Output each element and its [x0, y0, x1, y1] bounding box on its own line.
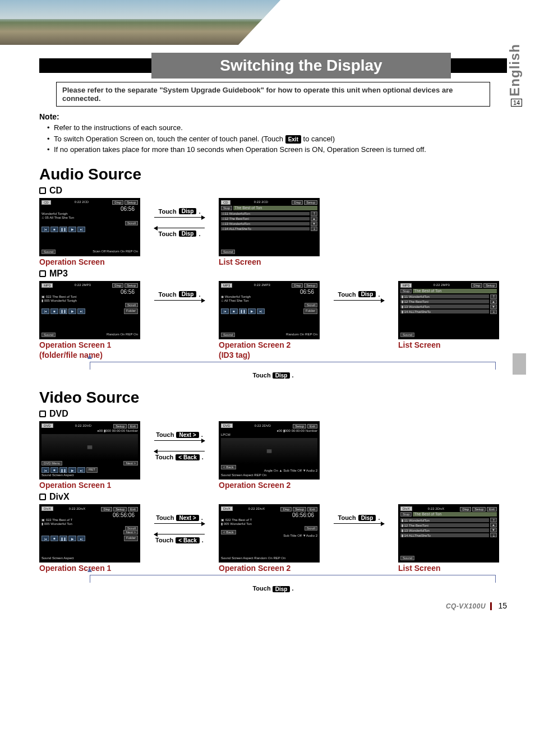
scroll-up-icon: ▲ [311, 216, 317, 221]
play-icon: ▶ [68, 227, 76, 232]
note-list: Refer to the instructions of each source… [39, 122, 507, 155]
dvd-op2-screenshot: DVD0:22 2DVDSetup Exit ▸00 ▮000 00:00:00… [219, 421, 320, 480]
scroll-top-icon: ⤒ [311, 211, 317, 216]
dvd-op1-caption: Operation Screen 1 [39, 481, 140, 490]
note-item: Refer to the instructions of each source… [47, 122, 507, 133]
mp3-subheading: MP3 [39, 269, 507, 279]
dvd-subheading: DVD [39, 409, 507, 419]
dvd-transition: TouchNext >. Touch< Back. [146, 421, 213, 460]
side-page-box: 14 [511, 99, 522, 107]
cd-operation-screenshot: CD 0:22 2CD Disp Setup 06:56 Wonderful T… [39, 198, 140, 256]
disp-button-label: Disp [179, 291, 197, 297]
side-language-tab: English 14 [507, 44, 526, 107]
mp3-op2-screenshot: MP30:22 2MP3Disp Setup 06:56 ◉ Wonderful… [219, 281, 320, 339]
divx-op1-screenshot: DivX0:22 2DivXDisp Setup Exit 06:56:06 ▣… [39, 504, 140, 563]
cd-list-screenshot: CD 0:22 2CD Disp Setup Stop The Best of … [219, 198, 320, 256]
stop-icon: ■ [50, 227, 58, 232]
note-heading: Note: [39, 112, 507, 121]
mp3-loop-touch: Touch Disp . [39, 372, 507, 379]
mp3-op2-subcaption: (ID3 tag) [219, 351, 320, 359]
note-item: To switch Operation Screen on, touch the… [47, 133, 507, 145]
next-icon: ▸| [77, 227, 85, 232]
scroll-bottom-icon: ⤓ [311, 227, 317, 231]
mp3-op2-caption: Operation Screen 2 [219, 340, 320, 349]
disp-button-label: Disp [273, 586, 290, 592]
cd-subheading: CD [39, 186, 507, 196]
audio-source-heading: Audio Source [39, 165, 507, 183]
next-button-label: Next > [176, 515, 199, 521]
disp-button-label: Disp [273, 372, 290, 379]
language-label: English [507, 44, 523, 96]
disp-button-label: Disp [179, 208, 197, 214]
divx-transition-1: TouchNext >. Touch< Back. [146, 504, 213, 543]
prev-icon: |◂ [41, 227, 49, 232]
divx-op2-screenshot: DivX0:22 2DivXDisp Setup Exit 06:56:06 ▣… [219, 504, 320, 563]
header-photo [0, 0, 280, 45]
disp-button-label: Disp [179, 231, 197, 237]
side-grey-mark [513, 353, 526, 375]
dvd-op2-caption: Operation Screen 2 [219, 481, 320, 490]
back-button-label: < Back [176, 537, 200, 543]
dvd-op1-screenshot: DVD0:22 2DVDSetup Exit ▸00 ▮000 00:00:00… [39, 421, 140, 480]
divx-loop-connector [90, 575, 496, 583]
arrow-left-icon [154, 228, 205, 228]
scroll-down-icon: ▼ [311, 222, 317, 226]
divx-op2-caption: Operation Screen 2 [219, 564, 320, 573]
divx-subheading: DivX [39, 492, 507, 502]
exit-button-label: Exit [285, 135, 301, 144]
model-number: CQ-VX100U [446, 602, 492, 610]
mp3-loop-connector [90, 362, 496, 370]
cd-op-caption: Operation Screen [39, 257, 140, 266]
intro-note-box: Please refer to the separate "System Upg… [56, 82, 490, 107]
page-number: 15 [498, 601, 507, 610]
page-footer: CQ-VX100U 15 [446, 601, 507, 610]
mp3-op1-screenshot: MP30:22 2MP3Disp Setup 06:56 ▣ 022 The B… [39, 281, 140, 339]
page-title: Switching the Display [151, 53, 451, 79]
disp-button-label: Disp [358, 291, 376, 297]
divx-loop-touch: Touch Disp . [39, 585, 507, 592]
mp3-transition-1: TouchDisp. [146, 281, 213, 303]
cd-list-caption: List Screen [219, 257, 320, 266]
page-title-band: Switching the Display [39, 53, 507, 80]
mp3-op1-caption: Operation Screen 1 [39, 340, 140, 349]
note-item: If no operation takes place for more tha… [47, 144, 507, 155]
divx-list-screenshot: DivX0:22 2DivXDisp Setup Exit StopThe Be… [398, 504, 499, 563]
mp3-list-screenshot: MP30:22 2MP3Disp Setup StopThe Best of T… [398, 281, 499, 339]
arrow-right-icon [154, 217, 205, 218]
pause-icon: ❚❚ [59, 227, 67, 232]
mp3-list-caption: List Screen [398, 340, 499, 349]
next-button-label: Next > [176, 432, 199, 438]
disp-button-label: Disp [358, 515, 376, 521]
cd-transition: TouchDisp. TouchDisp. [146, 198, 213, 237]
divx-list-caption: List Screen [398, 564, 499, 573]
video-source-heading: Video Source [39, 389, 507, 407]
back-button-label: < Back [176, 454, 200, 460]
divx-transition-2: TouchDisp. [325, 504, 393, 526]
mp3-transition-2: TouchDisp. [325, 281, 393, 303]
